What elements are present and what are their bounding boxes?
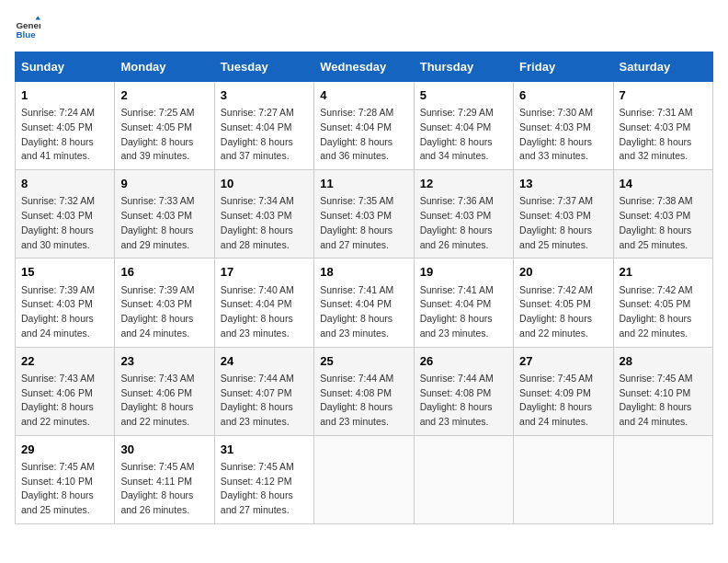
day-details: Sunrise: 7:43 AMSunset: 4:06 PMDaylight:…: [120, 373, 194, 427]
day-details: Sunrise: 7:45 AMSunset: 4:09 PMDaylight:…: [519, 373, 593, 427]
calendar-header-row: SundayMondayTuesdayWednesdayThursdayFrid…: [16, 52, 713, 82]
calendar-cell: 12 Sunrise: 7:36 AMSunset: 4:03 PMDaylig…: [414, 170, 513, 259]
day-number: 13: [519, 176, 607, 192]
calendar-cell: 19 Sunrise: 7:41 AMSunset: 4:04 PMDaylig…: [414, 259, 513, 347]
calendar-cell: 3 Sunrise: 7:27 AMSunset: 4:04 PMDayligh…: [214, 82, 313, 170]
calendar-cell: 5 Sunrise: 7:29 AMSunset: 4:04 PMDayligh…: [414, 82, 513, 170]
day-number: 3: [221, 87, 308, 104]
calendar-cell: 23 Sunrise: 7:43 AMSunset: 4:06 PMDaylig…: [115, 347, 214, 435]
calendar-cell: 13 Sunrise: 7:37 AMSunset: 4:03 PMDaylig…: [514, 170, 613, 259]
day-number: 28: [620, 353, 707, 370]
col-header-thursday: Thursday: [414, 52, 513, 82]
day-details: Sunrise: 7:34 AMSunset: 4:03 PMDaylight:…: [221, 195, 294, 249]
svg-text:Blue: Blue: [16, 29, 36, 40]
day-details: Sunrise: 7:33 AMSunset: 4:03 PMDaylight:…: [120, 195, 194, 249]
calendar-cell: 26 Sunrise: 7:44 AMSunset: 4:08 PMDaylig…: [414, 347, 513, 435]
calendar-cell: 8 Sunrise: 7:32 AMSunset: 4:03 PMDayligh…: [16, 170, 115, 259]
day-details: Sunrise: 7:37 AMSunset: 4:03 PMDaylight:…: [519, 195, 593, 249]
calendar-cell: 7 Sunrise: 7:31 AMSunset: 4:03 PMDayligh…: [613, 82, 712, 170]
day-number: 19: [420, 264, 507, 281]
calendar-cell: 17 Sunrise: 7:40 AMSunset: 4:04 PMDaylig…: [214, 259, 313, 347]
day-number: 5: [420, 87, 507, 104]
day-number: 10: [221, 176, 308, 192]
day-details: Sunrise: 7:36 AMSunset: 4:03 PMDaylight:…: [420, 195, 494, 249]
calendar-cell: [414, 435, 513, 523]
calendar-cell: 4 Sunrise: 7:28 AMSunset: 4:04 PMDayligh…: [314, 82, 414, 170]
day-number: 6: [519, 87, 607, 104]
calendar-week-2: 8 Sunrise: 7:32 AMSunset: 4:03 PMDayligh…: [16, 170, 713, 259]
col-header-friday: Friday: [514, 52, 613, 82]
calendar-cell: 18 Sunrise: 7:41 AMSunset: 4:04 PMDaylig…: [314, 259, 414, 347]
day-number: 27: [519, 353, 607, 370]
svg-marker-2: [35, 16, 40, 19]
calendar-cell: 9 Sunrise: 7:33 AMSunset: 4:03 PMDayligh…: [115, 170, 214, 259]
day-number: 11: [320, 176, 407, 192]
day-number: 20: [519, 264, 607, 281]
calendar-cell: 10 Sunrise: 7:34 AMSunset: 4:03 PMDaylig…: [214, 170, 313, 259]
day-number: 8: [21, 176, 108, 192]
page-header: General Blue: [15, 15, 713, 40]
calendar-cell: 2 Sunrise: 7:25 AMSunset: 4:05 PMDayligh…: [115, 82, 214, 170]
calendar-cell: 30 Sunrise: 7:45 AMSunset: 4:11 PMDaylig…: [115, 435, 214, 523]
col-header-sunday: Sunday: [16, 52, 115, 82]
day-number: 24: [221, 353, 308, 370]
calendar-week-4: 22 Sunrise: 7:43 AMSunset: 4:06 PMDaylig…: [16, 347, 713, 435]
day-number: 7: [620, 87, 707, 104]
day-number: 1: [21, 87, 108, 104]
day-number: 23: [120, 353, 208, 370]
day-number: 29: [21, 442, 108, 458]
day-number: 4: [320, 87, 407, 104]
day-details: Sunrise: 7:38 AMSunset: 4:03 PMDaylight:…: [620, 195, 693, 249]
calendar-cell: 15 Sunrise: 7:39 AMSunset: 4:03 PMDaylig…: [16, 259, 115, 347]
day-details: Sunrise: 7:43 AMSunset: 4:06 PMDaylight:…: [21, 373, 95, 427]
day-details: Sunrise: 7:41 AMSunset: 4:04 PMDaylight:…: [420, 284, 494, 339]
day-details: Sunrise: 7:44 AMSunset: 4:07 PMDaylight:…: [221, 373, 294, 427]
day-number: 22: [21, 353, 108, 370]
day-details: Sunrise: 7:32 AMSunset: 4:03 PMDaylight:…: [21, 195, 95, 249]
col-header-monday: Monday: [115, 52, 214, 82]
day-details: Sunrise: 7:45 AMSunset: 4:10 PMDaylight:…: [620, 373, 693, 427]
day-number: 17: [221, 264, 308, 281]
day-details: Sunrise: 7:42 AMSunset: 4:05 PMDaylight:…: [519, 284, 593, 339]
day-details: Sunrise: 7:27 AMSunset: 4:04 PMDaylight:…: [221, 107, 294, 161]
day-number: 2: [120, 87, 208, 104]
col-header-saturday: Saturday: [613, 52, 712, 82]
day-number: 21: [620, 264, 707, 281]
day-details: Sunrise: 7:42 AMSunset: 4:05 PMDaylight:…: [620, 284, 693, 339]
day-details: Sunrise: 7:30 AMSunset: 4:03 PMDaylight:…: [519, 107, 593, 161]
day-details: Sunrise: 7:35 AMSunset: 4:03 PMDaylight:…: [320, 195, 393, 249]
col-header-tuesday: Tuesday: [214, 52, 313, 82]
day-details: Sunrise: 7:24 AMSunset: 4:05 PMDaylight:…: [21, 107, 95, 161]
calendar-cell: [514, 435, 613, 523]
day-number: 9: [120, 176, 208, 192]
day-number: 25: [320, 353, 407, 370]
day-details: Sunrise: 7:39 AMSunset: 4:03 PMDaylight:…: [21, 284, 95, 339]
day-number: 15: [21, 264, 108, 281]
day-number: 12: [420, 176, 507, 192]
day-number: 18: [320, 264, 407, 281]
calendar-cell: 28 Sunrise: 7:45 AMSunset: 4:10 PMDaylig…: [613, 347, 712, 435]
calendar-cell: 29 Sunrise: 7:45 AMSunset: 4:10 PMDaylig…: [16, 435, 115, 523]
day-details: Sunrise: 7:31 AMSunset: 4:03 PMDaylight:…: [620, 107, 693, 161]
calendar-cell: 11 Sunrise: 7:35 AMSunset: 4:03 PMDaylig…: [314, 170, 414, 259]
calendar-cell: 1 Sunrise: 7:24 AMSunset: 4:05 PMDayligh…: [16, 82, 115, 170]
calendar-cell: 6 Sunrise: 7:30 AMSunset: 4:03 PMDayligh…: [514, 82, 613, 170]
day-details: Sunrise: 7:39 AMSunset: 4:03 PMDaylight:…: [120, 284, 194, 339]
day-details: Sunrise: 7:45 AMSunset: 4:11 PMDaylight:…: [120, 461, 194, 515]
day-number: 30: [120, 442, 208, 458]
calendar-cell: 24 Sunrise: 7:44 AMSunset: 4:07 PMDaylig…: [214, 347, 313, 435]
logo: General Blue: [15, 15, 44, 40]
calendar-cell: 20 Sunrise: 7:42 AMSunset: 4:05 PMDaylig…: [514, 259, 613, 347]
day-details: Sunrise: 7:45 AMSunset: 4:10 PMDaylight:…: [21, 461, 95, 515]
calendar-cell: 21 Sunrise: 7:42 AMSunset: 4:05 PMDaylig…: [613, 259, 712, 347]
day-details: Sunrise: 7:45 AMSunset: 4:12 PMDaylight:…: [221, 461, 294, 515]
calendar-table: SundayMondayTuesdayWednesdayThursdayFrid…: [15, 52, 713, 524]
calendar-week-5: 29 Sunrise: 7:45 AMSunset: 4:10 PMDaylig…: [16, 435, 713, 523]
day-number: 14: [620, 176, 707, 192]
calendar-cell: 25 Sunrise: 7:44 AMSunset: 4:08 PMDaylig…: [314, 347, 414, 435]
day-details: Sunrise: 7:41 AMSunset: 4:04 PMDaylight:…: [320, 284, 393, 339]
calendar-week-3: 15 Sunrise: 7:39 AMSunset: 4:03 PMDaylig…: [16, 259, 713, 347]
calendar-cell: [613, 435, 712, 523]
calendar-cell: [314, 435, 414, 523]
day-details: Sunrise: 7:44 AMSunset: 4:08 PMDaylight:…: [420, 373, 494, 427]
